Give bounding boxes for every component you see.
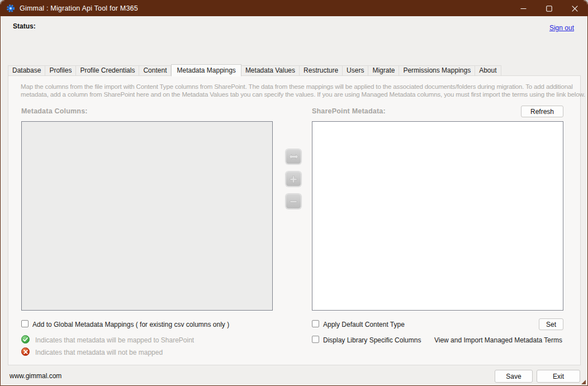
display-library-columns-checkbox[interactable]: [312, 336, 319, 343]
close-icon: [572, 6, 578, 12]
window-title: Gimmal : Migration Api Tool for M365: [20, 4, 138, 12]
app-gear-icon: [6, 4, 15, 13]
apply-default-content-type-checkbox[interactable]: [312, 320, 319, 327]
sign-out-link[interactable]: Sign out: [549, 24, 574, 32]
refresh-button[interactable]: Refresh: [521, 106, 563, 117]
remove-column-button[interactable]: [286, 194, 301, 209]
instruction-text-line2: metadata, add a column from SharePoint h…: [21, 91, 585, 98]
tab-restructure[interactable]: Restructure: [300, 65, 343, 76]
app-window: Gimmal : Migration Api Tool for M365 Sta…: [0, 0, 588, 386]
display-library-columns-label: Display Library Specific Columns: [323, 336, 421, 344]
resize-grip[interactable]: [581, 379, 586, 385]
minimize-button[interactable]: [510, 1, 536, 16]
sharepoint-metadata-label: SharePoint Metadata:: [312, 107, 386, 115]
add-column-button[interactable]: [286, 171, 301, 187]
save-button[interactable]: Save: [495, 370, 533, 383]
set-button[interactable]: Set: [539, 318, 563, 330]
metadata-columns-label: Metadata Columns:: [21, 107, 88, 115]
website-link[interactable]: www.gimmal.com: [10, 372, 61, 380]
legend-mapped-text: Indicates that metadata will be mapped t…: [35, 336, 194, 344]
green-check-icon: [21, 335, 30, 344]
close-button[interactable]: [562, 1, 587, 16]
window-controls: [510, 1, 587, 16]
tab-content[interactable]: Content: [139, 65, 171, 76]
global-metadata-mappings-label: Add to Global Metadata Mappings ( for ex…: [32, 321, 229, 328]
status-label: Status:: [13, 22, 36, 30]
managed-metadata-terms-link[interactable]: View and Import Managed Metadata Terms: [434, 336, 562, 344]
exit-button[interactable]: Exit: [537, 370, 580, 383]
apply-default-content-type-label: Apply Default Content Type: [323, 321, 405, 328]
plus-icon: [290, 175, 297, 183]
instruction-text-line1: Map the columns from the file import wit…: [21, 83, 573, 90]
tabstrip: Database Profiles Profile Credentials Co…: [8, 64, 501, 76]
tab-metadata-mappings[interactable]: Metadata Mappings: [171, 64, 241, 77]
tab-about[interactable]: About: [475, 65, 501, 76]
tab-metadata-values[interactable]: Metadata Values: [241, 65, 300, 76]
tab-migrate[interactable]: Migrate: [368, 65, 399, 76]
tab-profiles[interactable]: Profiles: [45, 65, 76, 76]
tab-profile-credentials[interactable]: Profile Credentials: [76, 65, 139, 76]
legend-not-mapped-text: Indicates that metadata will not be mapp…: [35, 349, 163, 356]
red-x-icon: [21, 347, 30, 356]
sharepoint-metadata-listbox[interactable]: [312, 121, 563, 311]
tab-users[interactable]: Users: [343, 65, 368, 76]
minus-icon: [290, 198, 297, 206]
minimize-icon: [520, 6, 527, 12]
maximize-button[interactable]: [536, 1, 562, 16]
map-columns-button[interactable]: [286, 149, 301, 164]
left-right-arrow-icon: [289, 153, 298, 160]
global-metadata-mappings-checkbox[interactable]: [21, 320, 29, 327]
maximize-icon: [546, 6, 552, 12]
metadata-columns-listbox[interactable]: [21, 121, 273, 311]
tab-permissions-mappings[interactable]: Permissions Mappings: [399, 65, 475, 76]
tab-database[interactable]: Database: [8, 65, 45, 76]
titlebar: Gimmal : Migration Api Tool for M365: [1, 1, 587, 16]
